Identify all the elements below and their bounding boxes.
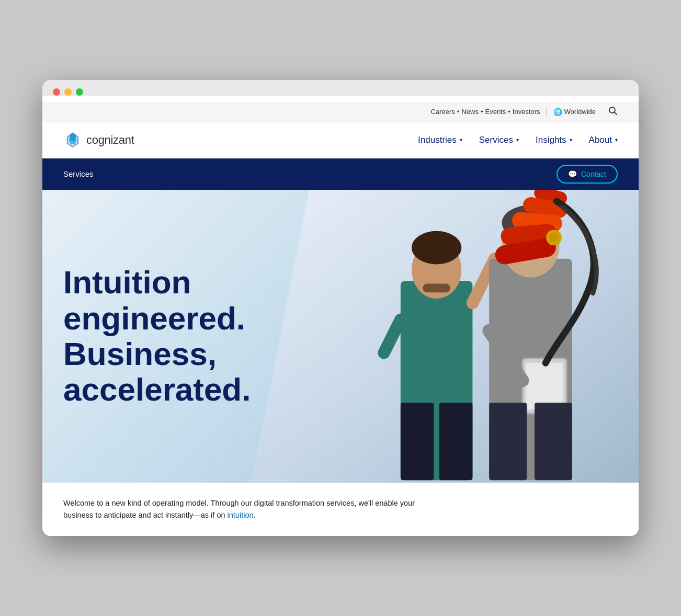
- industries-nav-item[interactable]: Industries ▾: [418, 135, 462, 145]
- insights-nav-item[interactable]: Insights ▾: [536, 135, 572, 145]
- logo-area[interactable]: cognizant: [63, 131, 134, 150]
- logo-text: cognizant: [86, 133, 134, 147]
- svg-rect-27: [489, 403, 527, 480]
- intuition-link[interactable]: intuition: [228, 511, 254, 519]
- worldwide-label: Worldwide: [564, 108, 596, 116]
- hero-description-bar: Welcome to a new kind of operating model…: [42, 483, 639, 536]
- utility-bar: Careers • News • Events • Investors 🌐 Wo…: [42, 102, 639, 122]
- careers-link[interactable]: Careers: [431, 108, 455, 116]
- nav-items: Industries ▾ Services ▾ Insights ▾ About…: [418, 135, 618, 145]
- browser-window: Careers • News • Events • Investors 🌐 Wo…: [42, 80, 639, 536]
- sub-nav: Services 💬 Contact: [42, 158, 639, 190]
- svg-rect-28: [535, 403, 572, 480]
- hero-headline: Intuition engineered. Business, accelera…: [63, 265, 320, 407]
- divider: [547, 108, 547, 116]
- industries-label: Industries: [418, 135, 457, 145]
- svg-line-1: [615, 112, 617, 115]
- breadcrumb: Services: [63, 169, 94, 178]
- worldwide-button[interactable]: 🌐 Worldwide: [553, 108, 596, 116]
- services-chevron-icon: ▾: [516, 137, 519, 143]
- hero-text-overlay: Intuition engineered. Business, accelera…: [42, 190, 340, 483]
- contact-label: Contact: [581, 170, 606, 178]
- services-label: Services: [479, 135, 513, 145]
- search-button[interactable]: [608, 106, 618, 118]
- svg-rect-21: [439, 403, 473, 480]
- description-text-suffix: .: [254, 511, 256, 519]
- main-nav: cognizant Industries ▾ Services ▾ Insigh…: [42, 122, 639, 158]
- news-link[interactable]: News: [461, 108, 479, 116]
- about-label: About: [589, 135, 612, 145]
- dot-3: •: [508, 108, 510, 116]
- globe-icon: 🌐: [553, 108, 562, 116]
- hero-description: Welcome to a new kind of operating model…: [63, 497, 429, 521]
- utility-links: Careers • News • Events • Investors 🌐 Wo…: [431, 108, 596, 116]
- services-nav-item[interactable]: Services ▾: [479, 135, 519, 145]
- robot-arm-image: [445, 190, 612, 385]
- cognizant-logo-icon: [63, 131, 82, 150]
- insights-chevron-icon: ▾: [570, 137, 572, 143]
- chat-icon: 💬: [568, 170, 577, 178]
- dot-1: •: [457, 108, 460, 116]
- close-button[interactable]: [53, 88, 60, 96]
- about-nav-item[interactable]: About ▾: [589, 135, 618, 145]
- maximize-button[interactable]: [76, 88, 83, 96]
- dot-2: •: [481, 108, 483, 116]
- contact-button[interactable]: 💬 Contact: [557, 165, 618, 184]
- insights-label: Insights: [536, 135, 566, 145]
- traffic-lights: [53, 88, 628, 96]
- minimize-button[interactable]: [64, 88, 72, 96]
- svg-rect-20: [401, 403, 434, 480]
- industries-chevron-icon: ▾: [460, 137, 462, 143]
- about-chevron-icon: ▾: [615, 137, 618, 143]
- svg-point-12: [549, 233, 558, 242]
- events-link[interactable]: Events: [485, 108, 506, 116]
- website-content: Careers • News • Events • Investors 🌐 Wo…: [42, 102, 639, 536]
- browser-chrome: [42, 80, 639, 96]
- hero-section: Intuition engineered. Business, accelera…: [42, 190, 639, 483]
- investors-link[interactable]: Investors: [513, 108, 540, 116]
